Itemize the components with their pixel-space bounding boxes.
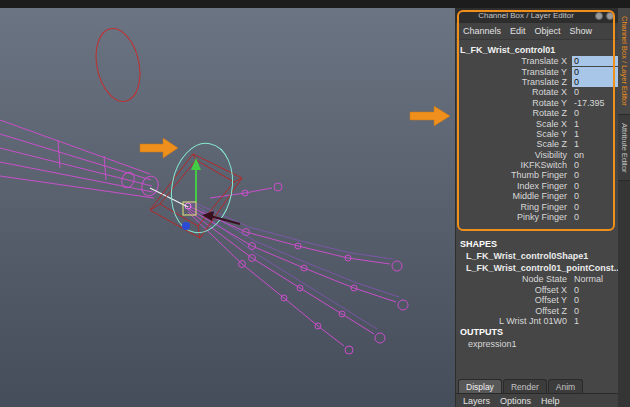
channel-row[interactable]: Middle Finger 0 bbox=[456, 191, 618, 201]
channel-label: Ring Finger bbox=[456, 202, 572, 212]
channel-label: Rotate X bbox=[456, 87, 572, 97]
channel-value-field[interactable]: 0 bbox=[572, 295, 618, 305]
channel-row[interactable]: Pinky Finger 0 bbox=[456, 212, 618, 222]
output-list: expression1 bbox=[456, 338, 618, 350]
channel-row[interactable]: IKFKSwitch 0 bbox=[456, 160, 618, 170]
channel-row[interactable]: L Wrist Jnt 01W0 1 bbox=[456, 316, 618, 326]
panel-title-bar[interactable]: Channel Box / Layer Editor bbox=[456, 8, 618, 23]
panel-menu-item[interactable]: Edit bbox=[510, 26, 526, 36]
channel-value-field[interactable]: 0 bbox=[572, 67, 618, 77]
layer-menu-item[interactable]: Options bbox=[500, 396, 531, 407]
hand-rig-wireframe[interactable] bbox=[0, 120, 408, 354]
channel-label: Scale Y bbox=[456, 129, 572, 139]
nurbs-circle-red[interactable] bbox=[90, 24, 146, 105]
panel-menu-item[interactable]: Show bbox=[570, 26, 593, 36]
channel-box-panel: Channel Box / Layer Editor ChannelsEditO… bbox=[455, 8, 618, 407]
manipulator-z-handle[interactable] bbox=[182, 222, 190, 230]
channel-value-field[interactable]: 1 bbox=[572, 129, 618, 139]
channel-row[interactable]: Translate Z 0 bbox=[456, 77, 618, 87]
channel-value-field[interactable]: 0 bbox=[572, 77, 618, 87]
output-node-name[interactable]: expression1 bbox=[456, 338, 618, 350]
channel-value-field[interactable]: 1 bbox=[572, 119, 618, 129]
maya-window: Channel Box / Layer Editor ChannelsEditO… bbox=[0, 0, 630, 407]
channel-row[interactable]: Index Finger 0 bbox=[456, 181, 618, 191]
selected-object-name[interactable]: L_FK_Wrist_control01 bbox=[456, 43, 618, 56]
outputs-header: OUTPUTS bbox=[456, 326, 618, 338]
shape-node-name[interactable]: L_FK_Wrist_control01_pointConst... bbox=[456, 262, 618, 274]
channel-row[interactable]: Offset X 0 bbox=[456, 285, 618, 295]
window-top-strip bbox=[0, 0, 630, 8]
channel-row[interactable]: Offset Y 0 bbox=[456, 295, 618, 305]
channel-row[interactable]: Translate X 0 bbox=[456, 56, 618, 66]
channel-value-field[interactable]: Normal bbox=[572, 274, 618, 284]
channel-value-field[interactable]: on bbox=[572, 150, 618, 160]
channel-label: Translate Y bbox=[456, 67, 572, 77]
channel-value-field[interactable]: 0 bbox=[572, 56, 618, 66]
channel-value-field[interactable]: 0 bbox=[572, 87, 618, 97]
channel-label: Rotate Y bbox=[456, 98, 572, 108]
channel-label: Offset Z bbox=[456, 306, 572, 316]
shapes-header: SHAPES bbox=[456, 238, 618, 250]
panel-menu-bar: ChannelsEditObjectShow bbox=[456, 23, 618, 40]
channel-row[interactable]: Scale Z 1 bbox=[456, 139, 618, 149]
channel-list: Translate X 0 Translate Y 0 Translate Z … bbox=[456, 56, 618, 222]
layer-editor-tab[interactable]: Render bbox=[503, 379, 547, 393]
annotation-arrow-control bbox=[140, 138, 178, 158]
channel-value-field[interactable]: 0 bbox=[572, 191, 618, 201]
channel-row[interactable]: Visibility on bbox=[456, 150, 618, 160]
pop-out-icon[interactable] bbox=[606, 12, 614, 20]
channel-row[interactable]: Translate Y 0 bbox=[456, 66, 618, 76]
layer-editor-tab[interactable]: Display bbox=[458, 379, 502, 393]
layer-editor-tab[interactable]: Anim bbox=[548, 379, 583, 393]
channel-value-field[interactable]: 0 bbox=[572, 181, 618, 191]
channel-value-field[interactable]: 0 bbox=[572, 212, 618, 222]
layer-editor-empty-area[interactable] bbox=[456, 350, 618, 379]
channel-row[interactable]: Offset Z 0 bbox=[456, 305, 618, 315]
channel-value-field[interactable]: 0 bbox=[572, 170, 618, 180]
channel-value-field[interactable]: 0 bbox=[572, 202, 618, 212]
panel-title: Channel Box / Layer Editor bbox=[460, 11, 592, 20]
channel-label: Offset X bbox=[456, 285, 572, 295]
side-tab[interactable]: Channel Box / Layer Editor bbox=[618, 8, 630, 115]
selected-joint-highlight bbox=[150, 188, 188, 207]
layer-editor-menu-bar: LayersOptionsHelp bbox=[456, 393, 618, 407]
shape-attribute-list: Node State Normal Offset X 0 Offset Y 0 … bbox=[456, 274, 618, 326]
channel-label: Thumb Finger bbox=[456, 170, 572, 180]
channel-value-field[interactable]: 0 bbox=[572, 306, 618, 316]
channel-row[interactable]: Thumb Finger 0 bbox=[456, 170, 618, 180]
viewport-3d[interactable] bbox=[0, 8, 455, 407]
channel-value-field[interactable]: 0 bbox=[572, 160, 618, 170]
panel-menu-item[interactable]: Object bbox=[535, 26, 561, 36]
annotation-arrow-panel bbox=[410, 106, 450, 126]
channel-value-field[interactable]: 0 bbox=[572, 108, 618, 118]
channel-value-field[interactable]: -17.395 bbox=[572, 98, 618, 108]
shape-node-name[interactable]: L_FK_Wrist_control0Shape1 bbox=[456, 250, 618, 262]
channel-label: Translate Z bbox=[456, 77, 572, 87]
channel-label: IKFKSwitch bbox=[456, 160, 572, 170]
pin-icon[interactable] bbox=[595, 12, 603, 20]
layer-menu-item[interactable]: Layers bbox=[463, 396, 490, 407]
channel-label: L Wrist Jnt 01W0 bbox=[456, 316, 572, 326]
channel-label: Scale Z bbox=[456, 139, 572, 149]
channel-row[interactable]: Node State Normal bbox=[456, 274, 618, 284]
channel-row[interactable]: Scale Y 1 bbox=[456, 129, 618, 139]
channel-row[interactable]: Rotate Z 0 bbox=[456, 108, 618, 118]
channel-row[interactable]: Rotate Y -17.395 bbox=[456, 98, 618, 108]
channel-label: Middle Finger bbox=[456, 191, 572, 201]
side-tab[interactable]: Attribute Editor bbox=[618, 115, 630, 182]
channel-value-field[interactable]: 0 bbox=[572, 285, 618, 295]
channel-label: Index Finger bbox=[456, 181, 572, 191]
annotation-arrows bbox=[140, 106, 450, 158]
channel-label: Scale X bbox=[456, 119, 572, 129]
panel-menu-item[interactable]: Channels bbox=[463, 26, 501, 36]
channel-label: Pinky Finger bbox=[456, 212, 572, 222]
viewport-canvas[interactable] bbox=[0, 8, 455, 407]
channel-row[interactable]: Rotate X 0 bbox=[456, 87, 618, 97]
channel-value-field[interactable]: 1 bbox=[572, 139, 618, 149]
channel-label: Node State bbox=[456, 274, 572, 284]
channel-row[interactable]: Ring Finger 0 bbox=[456, 201, 618, 211]
channel-value-field[interactable]: 1 bbox=[572, 316, 618, 326]
layer-menu-item[interactable]: Help bbox=[541, 396, 560, 407]
control-circle-cyan[interactable] bbox=[165, 138, 240, 237]
channel-row[interactable]: Scale X 1 bbox=[456, 118, 618, 128]
